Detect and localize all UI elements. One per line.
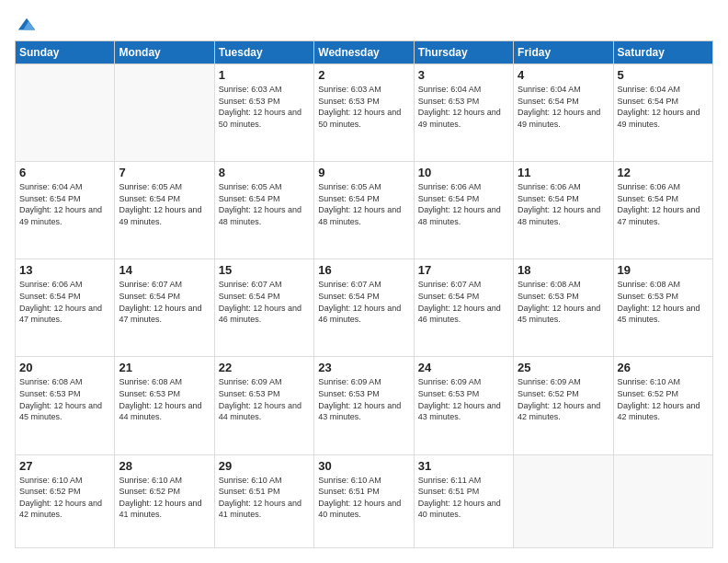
weekday-header-saturday: Saturday xyxy=(613,41,712,64)
calendar-cell: 14Sunrise: 6:07 AM Sunset: 6:54 PM Dayli… xyxy=(115,259,214,357)
calendar-cell: 21Sunrise: 6:08 AM Sunset: 6:53 PM Dayli… xyxy=(115,357,214,454)
day-number: 23 xyxy=(318,361,409,374)
day-number: 1 xyxy=(219,68,310,82)
calendar-cell: 29Sunrise: 6:10 AM Sunset: 6:51 PM Dayli… xyxy=(214,454,313,547)
calendar-cell: 1Sunrise: 6:03 AM Sunset: 6:53 PM Daylig… xyxy=(214,64,313,162)
day-info: Sunrise: 6:08 AM Sunset: 6:53 PM Dayligh… xyxy=(618,279,709,325)
day-info: Sunrise: 6:09 AM Sunset: 6:53 PM Dayligh… xyxy=(219,376,310,422)
day-number: 26 xyxy=(618,361,709,374)
day-info: Sunrise: 6:10 AM Sunset: 6:51 PM Dayligh… xyxy=(219,475,310,521)
day-info: Sunrise: 6:08 AM Sunset: 6:53 PM Dayligh… xyxy=(518,279,609,325)
day-number: 28 xyxy=(119,459,210,473)
day-number: 8 xyxy=(219,166,310,179)
day-number: 13 xyxy=(19,263,110,277)
calendar-cell: 12Sunrise: 6:06 AM Sunset: 6:54 PM Dayli… xyxy=(613,162,712,259)
calendar-cell: 19Sunrise: 6:08 AM Sunset: 6:53 PM Dayli… xyxy=(613,259,712,357)
day-info: Sunrise: 6:06 AM Sunset: 6:54 PM Dayligh… xyxy=(19,279,110,325)
weekday-header-tuesday: Tuesday xyxy=(214,41,313,64)
day-info: Sunrise: 6:08 AM Sunset: 6:53 PM Dayligh… xyxy=(119,376,210,422)
day-number: 19 xyxy=(618,263,709,277)
logo xyxy=(15,15,37,31)
day-info: Sunrise: 6:06 AM Sunset: 6:54 PM Dayligh… xyxy=(418,181,509,227)
calendar-cell xyxy=(16,64,115,162)
day-number: 16 xyxy=(318,263,409,277)
calendar-cell: 23Sunrise: 6:09 AM Sunset: 6:53 PM Dayli… xyxy=(314,357,414,454)
day-info: Sunrise: 6:11 AM Sunset: 6:51 PM Dayligh… xyxy=(418,475,509,521)
calendar-cell: 27Sunrise: 6:10 AM Sunset: 6:52 PM Dayli… xyxy=(16,454,115,547)
day-number: 20 xyxy=(19,361,110,374)
day-number: 2 xyxy=(318,68,409,82)
day-number: 18 xyxy=(518,263,609,277)
day-number: 14 xyxy=(119,263,210,277)
weekday-header-friday: Friday xyxy=(514,41,613,64)
day-info: Sunrise: 6:06 AM Sunset: 6:54 PM Dayligh… xyxy=(518,181,609,227)
day-info: Sunrise: 6:06 AM Sunset: 6:54 PM Dayligh… xyxy=(618,181,709,227)
calendar-cell: 25Sunrise: 6:09 AM Sunset: 6:52 PM Dayli… xyxy=(514,357,613,454)
calendar-cell: 22Sunrise: 6:09 AM Sunset: 6:53 PM Dayli… xyxy=(214,357,313,454)
day-info: Sunrise: 6:04 AM Sunset: 6:54 PM Dayligh… xyxy=(518,84,609,130)
day-number: 17 xyxy=(418,263,509,277)
day-number: 27 xyxy=(19,459,110,473)
day-info: Sunrise: 6:09 AM Sunset: 6:52 PM Dayligh… xyxy=(518,376,609,422)
day-info: Sunrise: 6:04 AM Sunset: 6:54 PM Dayligh… xyxy=(19,181,110,227)
calendar-table: SundayMondayTuesdayWednesdayThursdayFrid… xyxy=(15,40,713,548)
day-info: Sunrise: 6:07 AM Sunset: 6:54 PM Dayligh… xyxy=(219,279,310,325)
day-info: Sunrise: 6:09 AM Sunset: 6:53 PM Dayligh… xyxy=(418,376,509,422)
day-info: Sunrise: 6:05 AM Sunset: 6:54 PM Dayligh… xyxy=(219,181,310,227)
calendar-cell: 10Sunrise: 6:06 AM Sunset: 6:54 PM Dayli… xyxy=(414,162,513,259)
calendar-cell: 2Sunrise: 6:03 AM Sunset: 6:53 PM Daylig… xyxy=(314,64,414,162)
logo-icon xyxy=(17,15,37,35)
calendar-cell: 18Sunrise: 6:08 AM Sunset: 6:53 PM Dayli… xyxy=(514,259,613,357)
day-number: 3 xyxy=(418,68,509,82)
calendar-cell xyxy=(613,454,712,547)
day-number: 21 xyxy=(119,361,210,374)
calendar-cell: 8Sunrise: 6:05 AM Sunset: 6:54 PM Daylig… xyxy=(214,162,313,259)
calendar-cell: 15Sunrise: 6:07 AM Sunset: 6:54 PM Dayli… xyxy=(214,259,313,357)
calendar-cell: 24Sunrise: 6:09 AM Sunset: 6:53 PM Dayli… xyxy=(414,357,513,454)
day-number: 30 xyxy=(318,459,409,473)
day-number: 10 xyxy=(418,166,509,179)
day-number: 6 xyxy=(19,166,110,179)
day-info: Sunrise: 6:10 AM Sunset: 6:52 PM Dayligh… xyxy=(618,376,709,422)
calendar-cell xyxy=(514,454,613,547)
weekday-header-sunday: Sunday xyxy=(16,41,115,64)
day-number: 22 xyxy=(219,361,310,374)
day-number: 29 xyxy=(219,459,310,473)
calendar-cell: 4Sunrise: 6:04 AM Sunset: 6:54 PM Daylig… xyxy=(514,64,613,162)
calendar-cell: 11Sunrise: 6:06 AM Sunset: 6:54 PM Dayli… xyxy=(514,162,613,259)
day-number: 31 xyxy=(418,459,509,473)
day-info: Sunrise: 6:09 AM Sunset: 6:53 PM Dayligh… xyxy=(318,376,409,422)
day-info: Sunrise: 6:03 AM Sunset: 6:53 PM Dayligh… xyxy=(219,84,310,130)
day-info: Sunrise: 6:07 AM Sunset: 6:54 PM Dayligh… xyxy=(418,279,509,325)
weekday-header-thursday: Thursday xyxy=(414,41,513,64)
header xyxy=(15,15,713,31)
day-info: Sunrise: 6:05 AM Sunset: 6:54 PM Dayligh… xyxy=(318,181,409,227)
calendar-cell: 31Sunrise: 6:11 AM Sunset: 6:51 PM Dayli… xyxy=(414,454,513,547)
day-info: Sunrise: 6:04 AM Sunset: 6:54 PM Dayligh… xyxy=(618,84,709,130)
day-number: 15 xyxy=(219,263,310,277)
calendar-cell: 5Sunrise: 6:04 AM Sunset: 6:54 PM Daylig… xyxy=(613,64,712,162)
day-info: Sunrise: 6:05 AM Sunset: 6:54 PM Dayligh… xyxy=(119,181,210,227)
day-number: 4 xyxy=(518,68,609,82)
day-number: 5 xyxy=(618,68,709,82)
weekday-header-wednesday: Wednesday xyxy=(314,41,414,64)
calendar-cell: 3Sunrise: 6:04 AM Sunset: 6:53 PM Daylig… xyxy=(414,64,513,162)
calendar-cell: 30Sunrise: 6:10 AM Sunset: 6:51 PM Dayli… xyxy=(314,454,414,547)
day-info: Sunrise: 6:03 AM Sunset: 6:53 PM Dayligh… xyxy=(318,84,409,130)
day-info: Sunrise: 6:07 AM Sunset: 6:54 PM Dayligh… xyxy=(119,279,210,325)
calendar-cell: 9Sunrise: 6:05 AM Sunset: 6:54 PM Daylig… xyxy=(314,162,414,259)
day-number: 7 xyxy=(119,166,210,179)
day-info: Sunrise: 6:07 AM Sunset: 6:54 PM Dayligh… xyxy=(318,279,409,325)
calendar-cell: 13Sunrise: 6:06 AM Sunset: 6:54 PM Dayli… xyxy=(16,259,115,357)
day-number: 9 xyxy=(318,166,409,179)
day-number: 25 xyxy=(518,361,609,374)
page: SundayMondayTuesdayWednesdayThursdayFrid… xyxy=(0,0,728,563)
calendar-cell xyxy=(115,64,214,162)
day-info: Sunrise: 6:08 AM Sunset: 6:53 PM Dayligh… xyxy=(19,376,110,422)
calendar-cell: 28Sunrise: 6:10 AM Sunset: 6:52 PM Dayli… xyxy=(115,454,214,547)
calendar-cell: 17Sunrise: 6:07 AM Sunset: 6:54 PM Dayli… xyxy=(414,259,513,357)
calendar-cell: 26Sunrise: 6:10 AM Sunset: 6:52 PM Dayli… xyxy=(613,357,712,454)
weekday-header-monday: Monday xyxy=(115,41,214,64)
day-info: Sunrise: 6:04 AM Sunset: 6:53 PM Dayligh… xyxy=(418,84,509,130)
day-number: 11 xyxy=(518,166,609,179)
